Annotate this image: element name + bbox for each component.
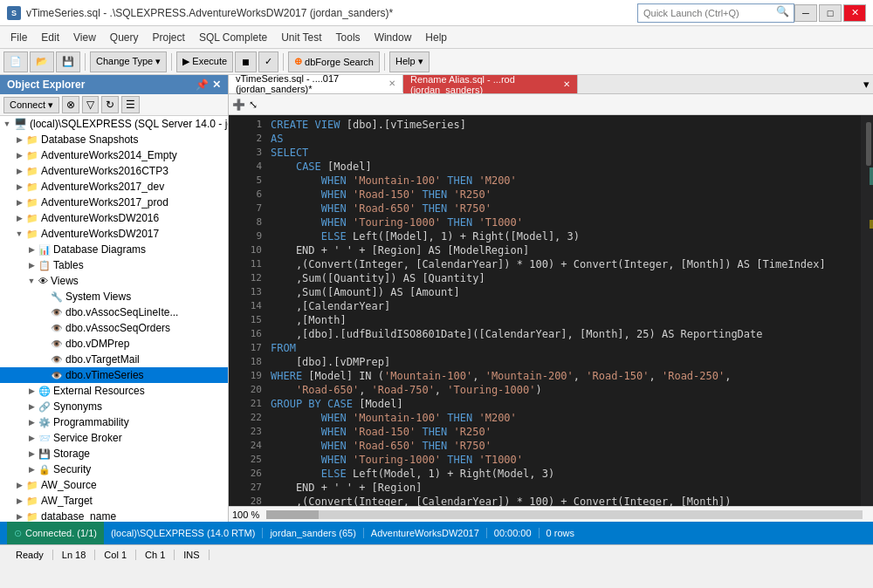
code-token-group: CREATE VIEW [dbo].[vTimeSeries]	[271, 119, 466, 133]
tree-item-12[interactable]: 👁️dbo.vAssocSeqOrders	[0, 320, 228, 336]
tree-item-2[interactable]: ▶📁AdventureWorks2016CTP3	[0, 163, 228, 179]
menu-project[interactable]: Project	[146, 30, 192, 45]
tree-item-20[interactable]: ▶💾Storage	[0, 446, 228, 462]
code-token: 'T1000'	[478, 216, 523, 229]
code-token: ,	[435, 384, 447, 396]
code-token: END + ' ' + [Region]	[271, 482, 422, 494]
code-token: 'M200'	[478, 174, 516, 187]
open-button[interactable]: 📂	[30, 51, 54, 72]
server-status: (local)\SQLEXPRESS (14.0 RTM)	[104, 528, 263, 538]
tree-item-6[interactable]: ▼📁AdventureWorksDW2017	[0, 226, 228, 242]
menu-sqlcomplete[interactable]: SQL Complete	[192, 30, 274, 45]
menu-help[interactable]: Help	[418, 30, 454, 45]
execute-button[interactable]: ▶ Execute	[176, 51, 233, 72]
tree-item-5[interactable]: ▶📁AdventureWorksDW2016	[0, 210, 228, 226]
code-token: CREATE VIEW	[271, 119, 340, 131]
tree-item-0[interactable]: ▶📁Database Snapshots	[0, 132, 228, 147]
tree-item-17[interactable]: ▶🔗Synonyms	[0, 399, 228, 414]
oe-filter-button[interactable]: ▽	[82, 96, 99, 113]
tree-item-16[interactable]: ▶🌐External Resources	[0, 383, 228, 399]
save-button[interactable]: 💾	[56, 51, 80, 72]
code-token: ,Sum([Quantity]) AS [Quantity]	[271, 272, 485, 284]
line-number: 15	[236, 314, 262, 328]
tab-list-button[interactable]: ▾	[860, 75, 873, 93]
tree-item-9[interactable]: ▼👁Views	[0, 273, 228, 289]
code-token: 'R250'	[454, 188, 491, 201]
menu-file[interactable]: File	[3, 30, 34, 45]
tab-rename-alias[interactable]: Rename Alias.sql - ...rod (jordan_sander…	[403, 75, 578, 93]
tree-item-13[interactable]: 👁️dbo.vDMPrep	[0, 336, 228, 352]
code-token	[271, 161, 296, 173]
code-token: 'Touring-1000'	[353, 454, 441, 466]
tree-item-15[interactable]: 👁️dbo.vTimeSeries	[0, 367, 228, 383]
oe-pin-button[interactable]: 📌	[196, 79, 209, 91]
menu-edit[interactable]: Edit	[34, 30, 66, 45]
tree-item-18[interactable]: ▶⚙️Programmability	[0, 414, 228, 430]
code-line-14: 14 ,[CalendarYear]	[236, 300, 854, 314]
database-status: AdventureWorksDW2017	[364, 528, 487, 538]
code-token	[271, 202, 321, 215]
code-token: ,	[650, 370, 662, 382]
toolbar-sep-2	[171, 53, 172, 71]
new-file-button[interactable]: 📄	[3, 51, 28, 72]
code-line-2: 2AS	[236, 133, 854, 147]
tree-item-3[interactable]: ▶📁AdventureWorks2017_dev	[0, 179, 228, 195]
oe-refresh-button[interactable]: ↻	[101, 96, 119, 113]
menu-tools[interactable]: Tools	[329, 30, 368, 45]
menu-query[interactable]: Query	[103, 30, 146, 45]
highlight-indicator	[870, 168, 873, 185]
scrollbar-thumb[interactable]	[266, 510, 319, 519]
dbforge-search-button[interactable]: ⊕ dbForge Search	[288, 51, 380, 72]
tree-item-14[interactable]: 👁️dbo.vTargetMail	[0, 352, 228, 367]
menu-window[interactable]: Window	[368, 30, 419, 45]
code-token: 'Mountain-100'	[384, 370, 472, 382]
quick-launch-input[interactable]	[637, 3, 794, 23]
tree-item-7[interactable]: ▶📊Database Diagrams	[0, 242, 228, 257]
code-token	[347, 174, 353, 187]
tree-item-19[interactable]: ▶📨Service Broker	[0, 430, 228, 446]
tree-item-1[interactable]: ▶📁AdventureWorks2014_Empty	[0, 147, 228, 163]
scroll-thumb[interactable]	[866, 122, 871, 166]
stop-button[interactable]: ⏹	[235, 51, 257, 72]
menu-view[interactable]: View	[66, 30, 103, 45]
tree-item-4[interactable]: ▶📁AdventureWorks2017_prod	[0, 195, 228, 210]
tab-vtimeseries[interactable]: vTimeSeries.sql - ....017 (jordan_sander…	[229, 75, 403, 93]
connect-button[interactable]: Connect ▾	[3, 97, 59, 113]
tab-rename-alias-close[interactable]: ✕	[563, 79, 570, 89]
tree-item-22[interactable]: ▶📁AW_Source	[0, 477, 228, 493]
code-token	[271, 426, 321, 438]
minimize-button[interactable]: ─	[794, 4, 817, 22]
tree-item-21[interactable]: ▶🔒Security	[0, 462, 228, 477]
tree-item-server[interactable]: ▼🖥️(local)\SQLEXPRESS (SQL Server 14.0 -…	[0, 116, 228, 132]
horizontal-scrollbar[interactable]	[266, 510, 863, 519]
close-button[interactable]: ✕	[843, 4, 866, 22]
code-line-20: 20 'Road-650', 'Road-750', 'Touring-1000…	[236, 384, 854, 398]
code-token-group: ELSE Left(Model, 1) + Right(Model, 3)	[271, 468, 554, 482]
line-number: 3	[236, 147, 262, 161]
code-line-1: 1CREATE VIEW [dbo].[vTimeSeries]	[236, 119, 854, 133]
menu-unittest[interactable]: Unit Test	[274, 30, 328, 45]
tree-item-24[interactable]: ▶📁database_name	[0, 509, 228, 522]
oe-properties-button[interactable]: ☰	[121, 96, 140, 113]
tree-item-10[interactable]: 🔧System Views	[0, 289, 228, 304]
tree-item-8[interactable]: ▶📋Tables	[0, 257, 228, 273]
help-button[interactable]: Help ▾	[389, 51, 430, 72]
oe-close-button[interactable]: ✕	[212, 79, 221, 91]
maximize-button[interactable]: □	[819, 4, 842, 22]
tree-item-11[interactable]: 👁️dbo.vAssocSeqLineIte...	[0, 304, 228, 320]
code-token-group: [dbo].[vDMPrep]	[271, 356, 390, 370]
code-token-group: WHEN 'Road-650' THEN 'R750'	[271, 202, 491, 216]
tree-item-23[interactable]: ▶📁AW_Target	[0, 493, 228, 509]
oe-disconnect-button[interactable]: ⊗	[62, 96, 79, 113]
code-editor[interactable]: 1CREATE VIEW [dbo].[vTimeSeries]2AS3SELE…	[229, 115, 861, 506]
code-token	[347, 202, 353, 215]
parse-button[interactable]: ✓	[258, 51, 278, 72]
code-token-group: WHEN 'Mountain-100' THEN 'M200'	[271, 174, 517, 188]
change-type-button[interactable]: Change Type ▾	[90, 51, 167, 72]
code-token: THEN	[447, 412, 472, 424]
tabs-spacer	[578, 75, 860, 93]
code-token: 'T1000'	[478, 454, 523, 466]
tab-vtimeseries-close[interactable]: ✕	[388, 79, 395, 88]
code-token-group: END + ' ' + [Region] AS [ModelRegion]	[271, 244, 529, 258]
rows-label: 0 rows	[546, 528, 574, 538]
